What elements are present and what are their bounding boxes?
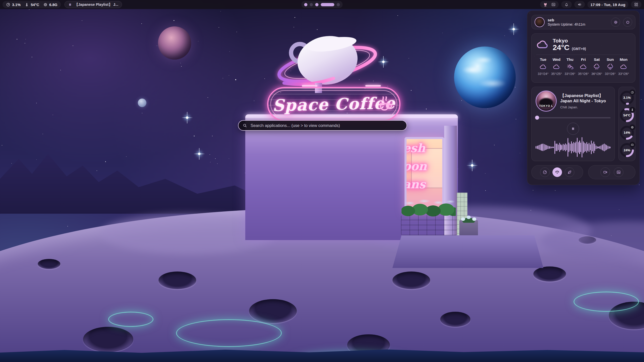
earth-planet	[454, 47, 516, 108]
visualizer-bar	[604, 144, 605, 151]
storm-icon	[607, 64, 614, 70]
forecast-temps: 33°/26°	[605, 72, 616, 76]
forecast-day: Wed 35°/25°	[550, 57, 563, 76]
forecast-day: Sun 33°/26°	[604, 57, 617, 76]
sun-cloud-icon	[566, 64, 574, 70]
visualizer-bar	[602, 145, 602, 150]
forecast-day: Thu 33°/26°	[564, 57, 577, 76]
workspace-switcher[interactable]	[301, 1, 343, 8]
visualizer-bar	[560, 144, 561, 150]
volume-button[interactable]	[574, 1, 585, 8]
visualizer-bar	[561, 145, 562, 150]
visualizer-bar	[563, 144, 564, 151]
planter-box	[401, 215, 457, 235]
system-gauge: 3.1%	[619, 90, 635, 106]
progress-knob[interactable]	[535, 116, 539, 120]
visualizer-bar	[543, 144, 543, 151]
notifications-button[interactable]	[561, 1, 572, 8]
screen-record-button[interactable]	[600, 167, 610, 177]
visualizer-bar	[578, 142, 579, 153]
speedometer-icon	[6, 3, 10, 7]
app-grid-button[interactable]	[631, 1, 641, 8]
small-moon	[138, 99, 146, 107]
visualizer-bar	[549, 146, 549, 149]
forecast-temps: 33°/26°	[618, 72, 629, 76]
speaker-icon	[577, 2, 582, 7]
visualizer-bar	[577, 138, 578, 157]
workspace-current[interactable]	[321, 3, 334, 6]
system-uptime: System Uptime: 4h11m	[548, 22, 608, 26]
scales-icon	[555, 170, 559, 174]
system-gauge: 14%	[619, 125, 635, 141]
bell-icon	[564, 2, 569, 7]
visualizer-bar	[592, 143, 593, 151]
workspace-dot[interactable]	[304, 3, 307, 6]
visualizer-bar	[541, 144, 542, 151]
weather-forecast: Tue 33°/24° Wed 35°/25° Thu 33°/26° Fri …	[536, 57, 631, 76]
visualizer-bar	[552, 147, 553, 148]
visualizer-bar	[537, 146, 538, 149]
system-gauge: 24%	[619, 142, 635, 158]
visualizer-bar	[544, 144, 545, 151]
side-panel: seb System Uptime: 4h11m Tokyo 24°C (GMT…	[527, 11, 640, 185]
memory-stat: 6.8G	[43, 3, 58, 7]
visualizer-bar	[559, 143, 560, 152]
cloud-icon	[553, 64, 560, 70]
system-gauge: 54°C	[619, 107, 635, 123]
play-pause-button[interactable]	[567, 123, 579, 135]
visualizer-bar	[576, 142, 576, 153]
disk-icon	[631, 143, 634, 146]
visualizer-bar	[590, 144, 591, 150]
now-playing-pill[interactable]: 【Japanese Playlist】 J...	[64, 1, 122, 8]
avatar	[535, 17, 545, 27]
speedometer-icon	[543, 170, 547, 174]
capture-pill	[588, 165, 635, 179]
neon-cup-icon	[377, 93, 393, 111]
cat-icon[interactable]	[543, 2, 548, 7]
tray-pill[interactable]	[540, 1, 559, 8]
power-button[interactable]	[623, 18, 632, 27]
top-bar: 3.1% 54°C 6.8G 【Japanese Playlist】 J... …	[0, 0, 644, 9]
workspace-dot[interactable]	[315, 3, 318, 6]
track-title: 【Japanese Playlist】 Japan All Night - To…	[560, 93, 611, 104]
visualizer-bar	[566, 144, 567, 150]
screenshot-button[interactable]	[614, 167, 623, 177]
visualizer-bar	[594, 144, 595, 151]
visualizer-bar	[570, 144, 571, 151]
pavement	[392, 235, 543, 268]
visualizer-bar	[585, 143, 586, 151]
balanced-profile-button[interactable]	[552, 167, 562, 177]
system-gauges-card: 3.1% 54°C 14% 24%	[618, 87, 635, 161]
topbar-tray: 17:09 - Tue, 19 Aug	[540, 1, 641, 8]
launcher-search[interactable]	[238, 120, 407, 131]
visualizer-bar	[593, 142, 594, 153]
visualizer-bar	[599, 146, 600, 149]
thermometer-icon	[631, 108, 634, 111]
visualizer-bar	[575, 143, 575, 152]
playback-progress-bar[interactable]	[536, 116, 611, 120]
album-art: TOKYO L	[536, 90, 557, 112]
photo-icon[interactable]	[551, 2, 556, 7]
purple-planet	[158, 26, 191, 60]
search-input[interactable]	[250, 123, 403, 128]
media-player-card: TOKYO L 【Japanese Playlist】 Japan All Ni…	[531, 87, 615, 161]
forecast-day: Mon 33°/26°	[617, 57, 630, 76]
workspace-dot[interactable]	[337, 3, 340, 6]
visualizer-bar	[551, 147, 552, 148]
forecast-day-label: Sat	[594, 57, 600, 62]
visualizer-bar	[610, 147, 611, 148]
visualizer-bar	[582, 137, 582, 157]
cpu-value: 3.1%	[12, 3, 21, 7]
powersave-profile-button[interactable]	[565, 167, 574, 177]
clock[interactable]: 17:09 - Tue, 19 Aug	[587, 1, 628, 8]
visualizer-bar	[600, 146, 601, 149]
forecast-day-label: Fri	[581, 57, 586, 62]
visualizer-bar	[605, 144, 606, 151]
performance-profile-button[interactable]	[540, 167, 550, 177]
settings-button[interactable]	[611, 18, 620, 27]
forecast-day: Fri 35°/26°	[577, 57, 590, 76]
forecast-temps: 35°/26°	[578, 72, 589, 76]
workspace-dot[interactable]	[310, 3, 313, 6]
system-stats-pill[interactable]: 3.1% 54°C 6.8G	[3, 1, 61, 8]
chip-icon	[43, 3, 48, 7]
